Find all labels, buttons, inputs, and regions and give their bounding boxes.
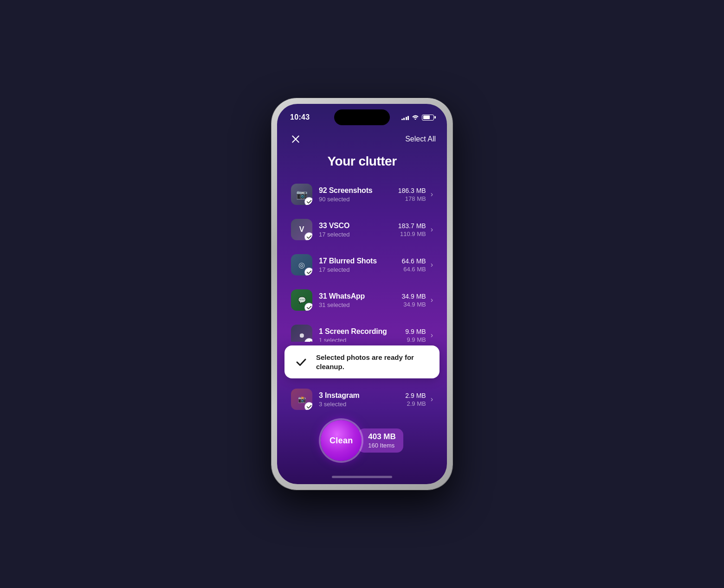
- list-item-whatsapp[interactable]: 💬 31 WhatsApp 31 selected 34.9 MB: [284, 284, 440, 316]
- phone-screen: 10:43: [277, 104, 447, 484]
- chevron-right-icon: ›: [431, 296, 433, 304]
- item-name: 17 Blurred Shots: [319, 257, 402, 265]
- list-item-vsco[interactable]: V 33 VSCO 17 selected 183.7 MB 110.: [284, 213, 440, 246]
- clean-stats-badge: 403 MB 160 Items: [358, 428, 403, 453]
- item-sub: 1 selected: [319, 337, 405, 342]
- item-info: 92 Screenshots 90 selected: [319, 186, 398, 203]
- item-info: 3 Instagram 3 selected: [319, 391, 405, 408]
- item-sub: 3 selected: [319, 401, 405, 408]
- page-title: Your clutter: [277, 154, 447, 178]
- select-all-button[interactable]: Select All: [405, 135, 436, 143]
- item-name: 92 Screenshots: [319, 186, 398, 195]
- item-icon-instagram: 📸: [291, 389, 312, 410]
- home-indicator: [277, 469, 447, 484]
- signal-icon: [401, 115, 409, 120]
- checkmark-badge: [304, 232, 312, 240]
- item-icon-whatsapp: 💬: [291, 289, 312, 311]
- item-icon-blurred: ◎: [291, 254, 312, 275]
- item-size: 186.3 MB 178 MB: [398, 187, 426, 202]
- close-button[interactable]: [288, 132, 303, 147]
- header: Select All: [277, 128, 447, 154]
- wifi-icon: [412, 114, 419, 121]
- item-icon-screen-recording: ⏺: [291, 325, 312, 342]
- item-info: 33 VSCO 17 selected: [319, 222, 398, 238]
- battery-icon: [422, 115, 434, 121]
- clean-action-row: Clean 403 MB 160 Items: [284, 420, 440, 461]
- list-item-screen-recording[interactable]: ⏺ 1 Screen Recording 1 selected 9.9 MB: [284, 319, 440, 342]
- status-time: 10:43: [290, 113, 310, 121]
- clean-button[interactable]: Clean: [321, 420, 362, 461]
- item-info: 31 WhatsApp 31 selected: [319, 292, 402, 308]
- item-name: 33 VSCO: [319, 222, 398, 230]
- checkmark-badge: [304, 338, 312, 342]
- checkmark-badge: [304, 268, 312, 275]
- item-sub: 17 selected: [319, 266, 402, 273]
- chevron-right-icon: ›: [431, 395, 433, 403]
- clutter-list: 📷 92 Screenshots 90 selected 186.3 MB: [277, 178, 447, 342]
- app-content: Select All Your clutter 📷: [277, 128, 447, 484]
- notification-check-icon: [293, 354, 310, 371]
- chevron-right-icon: ›: [431, 225, 433, 234]
- item-sub: 31 selected: [319, 301, 402, 308]
- item-icon-screenshots: 📷: [291, 184, 312, 205]
- clean-stats-items: 160 Items: [368, 442, 396, 449]
- chevron-right-icon: ›: [431, 261, 433, 269]
- item-size: 2.9 MB 2.9 MB: [405, 392, 426, 407]
- item-name: 1 Screen Recording: [319, 327, 405, 336]
- item-size: 34.9 MB 34.9 MB: [402, 293, 426, 308]
- checkmark-badge: [304, 303, 312, 311]
- checkmark-badge: [304, 197, 312, 205]
- checkmark-badge: [304, 402, 312, 410]
- status-icons: [401, 114, 434, 121]
- item-info: 17 Blurred Shots 17 selected: [319, 257, 402, 273]
- item-size: 9.9 MB 9.9 MB: [405, 328, 426, 342]
- phone-frame: 10:43: [272, 98, 452, 490]
- list-item-instagram[interactable]: 📸 3 Instagram 3 selected 2.9 MB 2.: [284, 384, 440, 415]
- item-icon-vsco: V: [291, 219, 312, 240]
- item-name: 3 Instagram: [319, 391, 405, 400]
- bottom-area: 📸 3 Instagram 3 selected 2.9 MB 2.: [277, 382, 447, 469]
- notification-message: Selected photos are ready for cleanup.: [316, 353, 431, 371]
- item-size: 183.7 MB 110.9 MB: [398, 222, 426, 237]
- item-sub: 90 selected: [319, 196, 398, 203]
- clean-stats-size: 403 MB: [368, 432, 396, 441]
- chevron-right-icon: ›: [431, 190, 433, 198]
- list-item-blurred[interactable]: ◎ 17 Blurred Shots 17 selected 64.6 MB: [284, 249, 440, 281]
- notification-popup: Selected photos are ready for cleanup.: [284, 345, 440, 378]
- list-item-screenshots[interactable]: 📷 92 Screenshots 90 selected 186.3 MB: [284, 178, 440, 211]
- item-name: 31 WhatsApp: [319, 292, 402, 300]
- item-info: 1 Screen Recording 1 selected: [319, 327, 405, 342]
- item-sub: 17 selected: [319, 231, 398, 238]
- item-size: 64.6 MB 64.6 MB: [402, 257, 426, 273]
- dynamic-island: [334, 109, 390, 125]
- chevron-right-icon: ›: [431, 331, 433, 339]
